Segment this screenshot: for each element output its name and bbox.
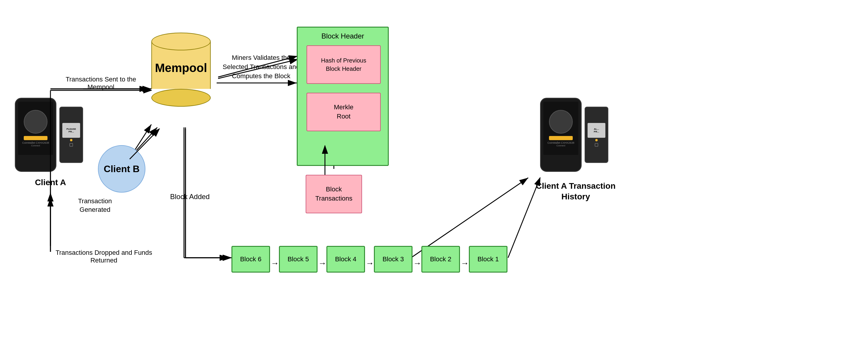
diagram: CoinWallet CXHX2638 Connect PLEASEPR... … [0, 0, 868, 349]
client-a-hw-wallet: PLEASEPR... [59, 107, 83, 163]
phone-circle-history [549, 110, 573, 134]
block-5-label: Block 5 [287, 255, 309, 263]
hw-dot [70, 139, 72, 141]
phone-screen-history: CoinWallet CXHX2638 Connect [544, 102, 578, 155]
blockchain-block-2: Block 2 [422, 246, 460, 273]
transaction-generated-label: TransactionGenerated [71, 197, 119, 214]
merkle-root-label: Merkle Root [334, 103, 353, 121]
hw-screen: PLEASEPR... [62, 123, 80, 138]
hw-dot-history [595, 139, 598, 141]
block-2-label: Block 2 [430, 255, 452, 263]
block-3-label: Block 3 [382, 255, 404, 263]
client-b-label: Client B [104, 164, 140, 174]
transactions-dropped-label: Transactions Dropped and Funds Returned [54, 249, 154, 264]
blockchain-block-6: Block 6 [231, 246, 270, 273]
blockchain-block-3: Block 3 [374, 246, 412, 273]
client-a-label: Client A [21, 178, 80, 187]
block-header-title: Block Header [321, 32, 364, 40]
client-a-history-phone-main: CoinWallet CXHX2638 Connect [540, 98, 582, 172]
client-a-history-label: Client A TransactionHistory [534, 181, 617, 202]
merkle-root-box: Merkle Root [307, 93, 381, 131]
block-transactions-box: Block Transactions [306, 175, 362, 213]
mempool-label: Mempool [155, 61, 207, 75]
phone-screen-main: CoinWallet CXHX2638 Connect [18, 102, 53, 155]
block-4-label: Block 4 [335, 255, 356, 263]
phone-circle [24, 110, 48, 134]
arrow-block-5-4: → [318, 259, 327, 268]
client-a-phone-main: CoinWallet CXHX2638 Connect [15, 98, 56, 172]
block-6-label: Block 6 [240, 255, 261, 263]
cylinder-bottom [151, 89, 211, 107]
client-b-circle: Client B [98, 145, 146, 193]
block-added-label: Block Added [160, 193, 220, 201]
hw-screen-history: AL...PR... [588, 123, 606, 138]
block-header-box: Block Header Hash of Previous Block Head… [297, 27, 389, 166]
arrow-block-4-3: → [366, 259, 374, 268]
transactions-sent-label: Transactions Sent to the Mempool [56, 75, 146, 91]
block-1-label: Block 1 [477, 255, 499, 263]
arrow-block-6-5: → [271, 259, 279, 268]
blockchain-block-4: Block 4 [327, 246, 365, 273]
blockchain-block-1: Block 1 [469, 246, 507, 273]
blockchain-block-5: Block 5 [279, 246, 317, 273]
miners-validates-label: Miners Validates the Selected Transactio… [220, 53, 303, 80]
cylinder-top [151, 33, 211, 50]
arrow-block-3-2: → [413, 259, 422, 268]
block-transactions-label: Block Transactions [315, 185, 352, 203]
mempool-container: Mempool [151, 33, 211, 115]
hash-prev-block-label: Hash of Previous Block Header [321, 56, 366, 73]
hash-prev-block-box: Hash of Previous Block Header [307, 45, 381, 84]
client-a-history-hw-wallet: AL...PR... [585, 107, 608, 163]
svg-line-9 [401, 175, 451, 258]
arrow-block-2-1: → [461, 259, 469, 268]
